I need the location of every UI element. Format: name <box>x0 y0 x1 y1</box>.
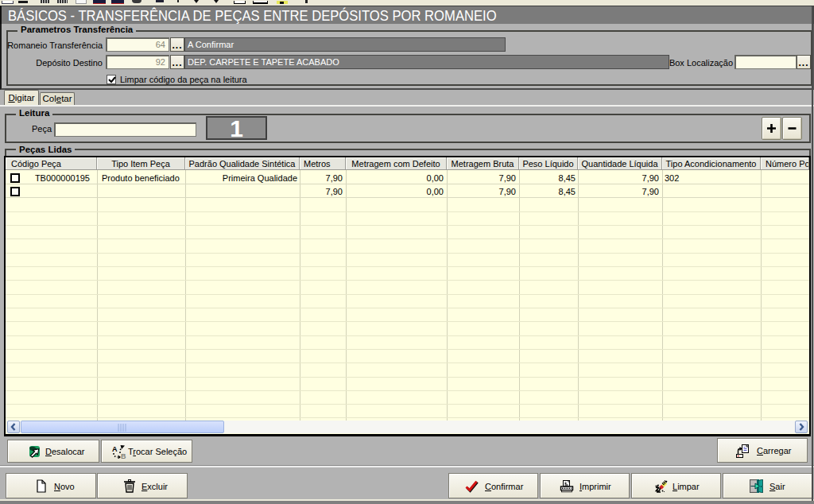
svg-text:B: B <box>121 452 126 459</box>
svg-text:A: A <box>112 445 118 453</box>
